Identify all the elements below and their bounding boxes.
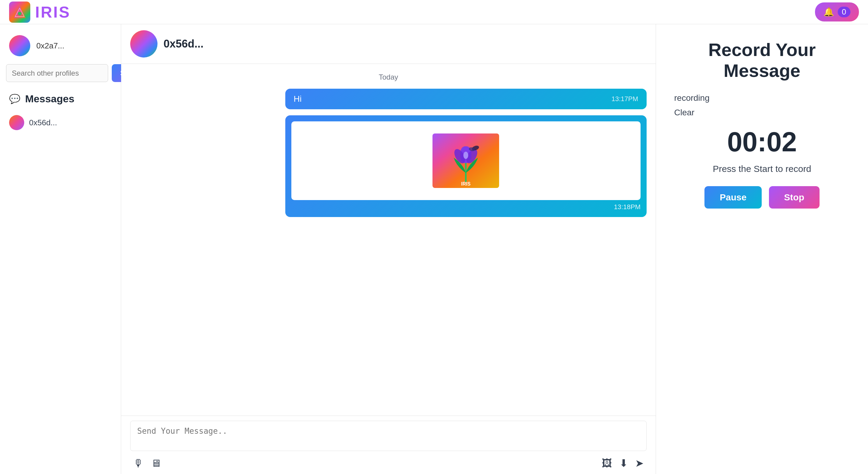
- header-left: IRIS: [9, 1, 70, 23]
- download-icon[interactable]: ⬇: [619, 457, 628, 469]
- chat-area: 0x56d... Today Hi 13:17PM: [121, 24, 656, 474]
- contact-item[interactable]: 0x56d...: [9, 111, 112, 134]
- main-content: 0x2a7... Search 💬 Messages 0x56d... 0x56…: [0, 24, 868, 474]
- image-bubble: IRIS 13:18PM: [285, 115, 647, 217]
- profile-address: 0x2a7...: [36, 41, 64, 50]
- notification-badge: 0: [838, 7, 850, 17]
- pause-button[interactable]: Pause: [705, 186, 762, 208]
- image-time: 13:18PM: [291, 203, 641, 211]
- send-button[interactable]: ➤: [635, 457, 644, 469]
- contact-address: 0x56d...: [29, 118, 57, 128]
- toolbar-right: 🖼 ⬇ ➤: [602, 457, 644, 469]
- toolbar-left: 🎙 🖥: [133, 458, 161, 469]
- messages-section: 💬 Messages 0x56d...: [0, 88, 121, 139]
- contact-avatar: [9, 115, 24, 130]
- message-text: Hi: [294, 94, 302, 104]
- chat-input-area: 🎙 🖥 🖼 ⬇ ➤: [121, 415, 656, 474]
- record-hint: Press the Start to record: [674, 164, 850, 174]
- image-inner: IRIS: [291, 122, 641, 200]
- screen-icon[interactable]: 🖥: [151, 458, 161, 469]
- chat-toolbar: 🎙 🖥 🖼 ⬇ ➤: [130, 452, 647, 469]
- avatar: [9, 35, 30, 56]
- record-timer: 00:02: [674, 127, 850, 158]
- message-bubble: Hi 13:17PM: [285, 89, 647, 109]
- search-area: Search: [0, 61, 121, 88]
- chat-contact-name: 0x56d...: [163, 37, 204, 50]
- notification-button[interactable]: 🔔 0: [815, 2, 859, 22]
- record-title: Record Your Message: [674, 39, 850, 81]
- svg-point-9: [463, 151, 468, 159]
- messages-title: Messages: [25, 93, 74, 105]
- chat-header: 0x56d...: [121, 24, 656, 64]
- record-status: recording: [674, 93, 710, 103]
- mic-icon[interactable]: 🎙: [133, 458, 144, 469]
- chat-avatar: [130, 30, 157, 58]
- message-time: 13:17PM: [612, 95, 638, 103]
- bell-icon: 🔔: [824, 7, 834, 17]
- iris-image: IRIS: [433, 134, 499, 188]
- svg-text:IRIS: IRIS: [461, 181, 471, 187]
- image-icon[interactable]: 🖼: [602, 458, 612, 469]
- logo-icon: [9, 1, 30, 23]
- chat-input[interactable]: [130, 421, 647, 451]
- header: IRIS 🔔 0: [0, 0, 868, 24]
- svg-point-2: [18, 12, 22, 15]
- messages-icon: 💬: [9, 94, 20, 104]
- record-buttons: Pause Stop: [674, 186, 850, 208]
- stop-button[interactable]: Stop: [769, 186, 819, 208]
- messages-header: 💬 Messages: [9, 93, 112, 105]
- chat-messages: Today Hi 13:17PM: [121, 64, 656, 415]
- logo-text: IRIS: [35, 3, 70, 21]
- sidebar-profile: 0x2a7...: [0, 30, 121, 61]
- record-clear-button[interactable]: Clear: [674, 108, 694, 117]
- sidebar: 0x2a7... Search 💬 Messages 0x56d...: [0, 24, 121, 474]
- record-panel: Record Your Message recording Clear 00:0…: [656, 24, 868, 474]
- date-divider: Today: [130, 73, 647, 81]
- search-input[interactable]: [6, 64, 108, 82]
